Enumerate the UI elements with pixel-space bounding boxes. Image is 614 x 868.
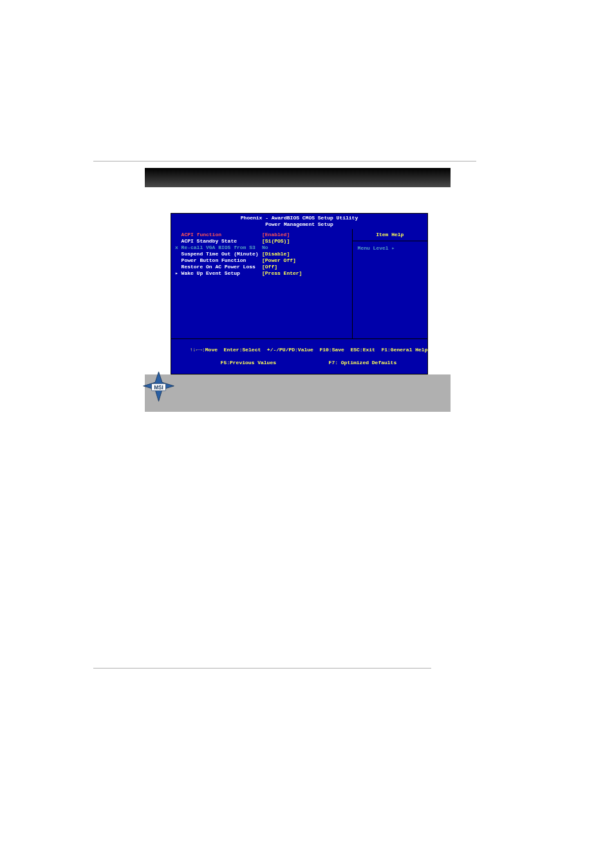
- bios-footer: ↑↓←→:Move Enter:Select +/-/PU/PD:Value F…: [171, 339, 428, 374]
- setting-label: ▸ Wake Up Event Setup: [175, 270, 262, 277]
- setting-value[interactable]: [Off]: [262, 264, 277, 270]
- setting-value[interactable]: [Power Off]: [262, 257, 296, 264]
- svg-text:MSI: MSI: [154, 385, 163, 391]
- bios-title-line1: Phoenix - AwardBIOS CMOS Setup Utility: [241, 215, 358, 221]
- quote-mark-placeholder: " ": [341, 540, 348, 548]
- setting-label: Restore On AC Power Loss: [175, 264, 262, 270]
- setting-label: x Re-call VGA BIOS from S3: [175, 245, 262, 251]
- setting-label: ACPI function: [175, 232, 262, 238]
- setting-value[interactable]: [Press Enter]: [262, 270, 302, 277]
- bios-title: Phoenix - AwardBIOS CMOS Setup Utility P…: [171, 213, 428, 229]
- gray-footer-band: MSI: [145, 374, 451, 412]
- menu-level-text: Menu Level ▸: [353, 241, 427, 255]
- item-help-title: Item Help: [353, 229, 427, 241]
- msi-logo-icon: MSI: [141, 371, 176, 406]
- top-hr: [93, 161, 476, 162]
- setting-power-button-function[interactable]: Power Button Function [Power Off]: [175, 257, 348, 264]
- setting-wake-up-event-setup[interactable]: ▸ Wake Up Event Setup [Press Enter]: [175, 270, 348, 277]
- bios-title-line2: Power Management Setup: [265, 221, 333, 227]
- bios-help-panel: Item Help Menu Level ▸: [353, 229, 427, 338]
- bios-footer-line1: ↑↓←→:Move Enter:Select +/-/PU/PD:Value F…: [190, 347, 428, 353]
- setting-label: Power Button Function: [175, 257, 262, 264]
- bios-settings-panel[interactable]: ACPI function [Enabled] ACPI Standby Sta…: [171, 229, 353, 338]
- setting-value[interactable]: [S1(POS)]: [262, 238, 290, 245]
- bios-body: ACPI function [Enabled] ACPI Standby Sta…: [171, 229, 428, 339]
- bios-window[interactable]: Phoenix - AwardBIOS CMOS Setup Utility P…: [171, 213, 428, 374]
- setting-recall-vga-bios: x Re-call VGA BIOS from S3 No: [175, 245, 348, 251]
- setting-acpi-standby-state[interactable]: ACPI Standby State [S1(POS)]: [175, 238, 348, 245]
- setting-value[interactable]: [Disable]: [262, 251, 290, 257]
- bios-footer-line2: F5:Previous Values F7: Optimized Default…: [221, 360, 397, 365]
- setting-label: Suspend Time Out (Minute): [175, 251, 262, 257]
- black-header-strip: [145, 168, 451, 187]
- setting-value: No: [262, 245, 268, 251]
- setting-value[interactable]: [Enabled]: [262, 232, 290, 238]
- setting-label: ACPI Standby State: [175, 238, 262, 245]
- setting-restore-on-ac-power-loss[interactable]: Restore On AC Power Loss [Off]: [175, 264, 348, 270]
- setting-suspend-time-out[interactable]: Suspend Time Out (Minute) [Disable]: [175, 251, 348, 257]
- setting-acpi-function[interactable]: ACPI function [Enabled]: [175, 232, 348, 238]
- bottom-hr: [93, 668, 431, 669]
